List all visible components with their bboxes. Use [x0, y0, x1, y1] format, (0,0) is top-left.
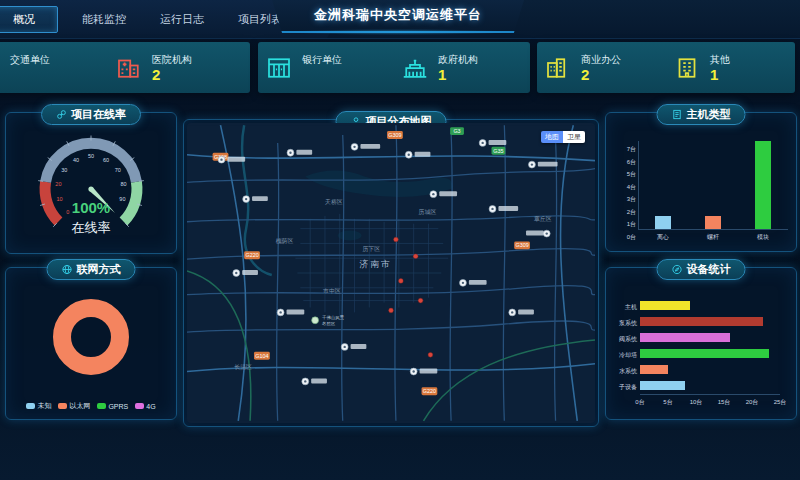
- road-shield: G309: [387, 131, 403, 139]
- panel-online-rate: 项目在线率 0 10 20 30 40 50 60 70 80: [5, 112, 177, 254]
- legend-swatch: [135, 403, 144, 409]
- y-tick-label: 6台: [608, 158, 636, 167]
- stat-label: 商业办公: [581, 53, 621, 67]
- stat-label: 政府机构: [438, 53, 478, 67]
- x-category-label: 离心: [643, 233, 683, 242]
- online-rate-caption: 在线率: [6, 219, 176, 237]
- svg-text:G220: G220: [245, 252, 258, 258]
- legend-item-ethernet[interactable]: 以太网: [58, 401, 90, 411]
- panel-title: 项目在线率: [71, 107, 126, 122]
- stat-card-office-other: 商业办公 2 其他 1: [537, 42, 795, 93]
- gauge-tick-label: 70: [115, 167, 121, 173]
- legend-label: 以太网: [69, 401, 90, 411]
- bar-water-system[interactable]: [640, 365, 668, 374]
- stat-government[interactable]: 政府机构 1: [394, 53, 530, 83]
- bar-cooling-tower[interactable]: [640, 349, 769, 358]
- stat-office[interactable]: 商业办公 2: [537, 53, 666, 83]
- stat-other[interactable]: 其他 1: [666, 53, 795, 83]
- district-label: 历下区: [362, 245, 380, 253]
- x-tick-label: 20台: [746, 398, 759, 407]
- bar-valve-system[interactable]: [640, 333, 730, 342]
- y-tick-label: 2台: [608, 208, 636, 217]
- donut-chart: [29, 282, 153, 392]
- car-icon: [0, 53, 2, 83]
- district-label: 长清区: [234, 364, 252, 371]
- tab-energy-monitor[interactable]: 能耗监控: [72, 7, 136, 32]
- gauge-tick-label: 20: [55, 181, 61, 187]
- map-mode-button[interactable]: 地图: [541, 131, 563, 143]
- panel-project-map: 项目分布地图: [183, 119, 599, 427]
- legend-swatch: [58, 403, 67, 409]
- globe-icon: [62, 264, 73, 275]
- stat-hospital[interactable]: 医院机构 2: [108, 53, 250, 83]
- road-shield: G104: [254, 352, 270, 360]
- satellite-mode-button[interactable]: 卫星: [563, 131, 585, 143]
- legend-item-4g[interactable]: 4G: [135, 401, 155, 411]
- hospital-icon: [114, 53, 144, 83]
- tab-overview[interactable]: 概况: [0, 6, 58, 33]
- dashboard-page: 概况 能耗监控 运行日志 项目列表 视频监控 金洲科瑞中央空调运维平台 交通单位: [0, 0, 800, 480]
- bar-centrifugal[interactable]: [655, 216, 671, 229]
- stat-label: 交通单位: [10, 53, 50, 67]
- y-tick-label: 3台: [608, 195, 636, 204]
- row-label: 主机: [606, 303, 637, 312]
- project-dot: [389, 308, 394, 313]
- stat-transport[interactable]: 交通单位: [0, 53, 108, 83]
- poi-label: 千佛山风景: [322, 315, 345, 320]
- office-building-icon: [543, 53, 573, 83]
- gauge-tick-label: 80: [121, 181, 127, 187]
- row-label: 泵系统: [606, 319, 637, 328]
- row-label: 冷却塔: [606, 351, 637, 360]
- svg-text:G220: G220: [423, 388, 436, 394]
- legend-item-unknown[interactable]: 未知: [26, 401, 51, 411]
- project-dot: [413, 254, 418, 259]
- x-tick-label: 10台: [690, 398, 703, 407]
- stat-card-transport-hospital: 交通单位 医院机构 2: [0, 42, 250, 93]
- y-axis: [638, 141, 639, 229]
- map-graphic: G308 G309 G3 G35 G309 G220 G104 G220 济南市…: [187, 123, 595, 423]
- svg-text:G309: G309: [388, 132, 401, 138]
- svg-text:G104: G104: [255, 353, 268, 359]
- stat-card-bank-government: 银行单位 政府机构 1: [258, 42, 530, 93]
- bar-sub-device[interactable]: [640, 381, 685, 390]
- legend-item-gprs[interactable]: GPRS: [97, 401, 128, 411]
- row-label: 水系统: [606, 367, 637, 376]
- row-label: 阀系统: [606, 335, 637, 344]
- link-icon: [56, 109, 67, 120]
- x-axis: [640, 394, 780, 395]
- bar-pump-system[interactable]: [640, 317, 763, 326]
- panel-online-rate-header: 项目在线率: [41, 104, 141, 125]
- page-title: 金洲科瑞中央空调运维平台: [272, 0, 524, 30]
- y-tick-label: 0台: [608, 233, 636, 242]
- y-tick-label: 1台: [608, 220, 636, 229]
- road-shield: G220: [422, 387, 438, 395]
- project-dot: [398, 279, 403, 284]
- y-tick-label: 7台: [608, 145, 636, 154]
- stat-label: 其他: [710, 53, 730, 67]
- x-tick-label: 5台: [663, 398, 672, 407]
- bar-screw[interactable]: [705, 216, 721, 229]
- x-category-label: 模块: [743, 233, 783, 242]
- building-icon: [672, 53, 702, 83]
- panel-network-type-header: 联网方式: [47, 259, 136, 280]
- bar-host[interactable]: [640, 301, 690, 310]
- project-dot: [418, 298, 423, 303]
- donut-legend: 未知 以太网 GPRS 4G: [6, 401, 176, 411]
- map-canvas[interactable]: G308 G309 G3 G35 G309 G220 G104 G220 济南市…: [187, 123, 595, 423]
- district-label: 历城区: [419, 208, 437, 216]
- bar-modular[interactable]: [755, 141, 771, 229]
- y-tick-label: 5台: [608, 170, 636, 179]
- bank-icon: [264, 53, 294, 83]
- stat-label: 医院机构: [152, 53, 192, 67]
- y-tick-label: 4台: [608, 183, 636, 192]
- panel-host-type: 主机类型 7台 6台 5台 4台 3台 2台 1台 0台 离心 螺杆 模块: [605, 112, 797, 252]
- stat-value: 1: [438, 67, 478, 83]
- stat-label: 银行单位: [302, 53, 342, 67]
- tab-operation-log[interactable]: 运行日志: [150, 7, 214, 32]
- road-shield: G220: [244, 251, 260, 259]
- gauge-tick-label: 60: [103, 157, 109, 163]
- government-icon: [400, 53, 430, 83]
- top-nav-bar: 概况 能耗监控 运行日志 项目列表 视频监控 金洲科瑞中央空调运维平台: [0, 0, 800, 39]
- stat-bank[interactable]: 银行单位: [258, 53, 394, 83]
- legend-label: GPRS: [108, 403, 128, 410]
